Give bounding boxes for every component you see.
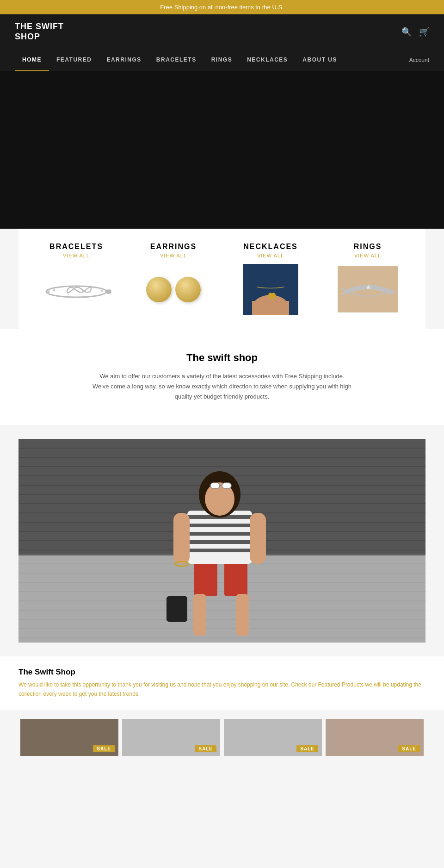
svg-rect-28 <box>18 556 426 643</box>
bracelet-svg <box>35 271 118 308</box>
site-title-line1: THE SWIFT <box>15 22 64 31</box>
category-earrings-img <box>130 264 217 315</box>
svg-rect-38 <box>194 559 217 596</box>
category-rings-view[interactable]: VIEW ALL <box>324 253 412 258</box>
category-earrings-title: EARRINGS <box>130 243 217 251</box>
svg-rect-39 <box>224 559 247 596</box>
site-title-line2: SHOP <box>15 32 40 41</box>
nav-item-home[interactable]: HOME <box>15 49 49 71</box>
svg-rect-53 <box>222 483 231 488</box>
sale-item-2[interactable]: SALE <box>122 719 220 756</box>
svg-rect-5 <box>106 290 111 293</box>
svg-rect-41 <box>236 594 249 636</box>
svg-rect-55 <box>166 596 187 622</box>
sale-badge-4: SALE <box>398 745 420 752</box>
svg-rect-46 <box>187 540 252 544</box>
header: THE SWIFT SHOP 🔍 🛒 <box>0 14 444 49</box>
feature-photo-svg <box>18 439 426 643</box>
feature-image-section <box>0 425 444 656</box>
hero-section <box>0 71 444 229</box>
svg-rect-45 <box>187 532 252 536</box>
nav-item-necklaces[interactable]: NECKLACES <box>240 49 295 71</box>
sale-badge-2: SALE <box>195 745 216 752</box>
category-earrings[interactable]: EARRINGS VIEW ALL <box>125 243 222 315</box>
category-bracelets[interactable]: BRACELETS VIEW ALL <box>28 243 125 315</box>
about-section: The swift shop We aim to offer our custo… <box>0 329 444 425</box>
category-bracelets-view[interactable]: VIEW ALL <box>32 253 120 258</box>
sale-badge-1: SALE <box>93 745 115 752</box>
svg-rect-8 <box>252 301 289 315</box>
category-rings[interactable]: RINGS VIEW ALL <box>319 243 416 315</box>
shop-info-title: The Swift Shop <box>18 668 426 677</box>
category-necklaces[interactable]: NECKLACES VIEW ALL <box>222 243 319 315</box>
about-title: The swift shop <box>92 352 352 364</box>
top-banner: Free Shipping on all non-free items to t… <box>0 0 444 14</box>
main-nav: HOME FEATURED EARRINGS BRACELETS RINGS N… <box>0 49 444 71</box>
sale-row: SALE SALE SALE SALE <box>0 710 444 756</box>
category-earrings-view[interactable]: VIEW ALL <box>130 253 217 258</box>
nav-item-earrings[interactable]: EARRINGS <box>99 49 148 71</box>
nav-item-rings[interactable]: RINGS <box>204 49 240 71</box>
svg-point-2 <box>53 289 56 292</box>
about-text: We aim to offer our customers a variety … <box>92 371 352 402</box>
category-rings-title: RINGS <box>324 243 412 251</box>
shop-info-section: The Swift Shop We would like to take thi… <box>0 656 444 709</box>
category-bracelets-title: BRACELETS <box>32 243 120 251</box>
nav-items: HOME FEATURED EARRINGS BRACELETS RINGS N… <box>15 49 345 71</box>
sale-item-4[interactable]: SALE <box>326 719 424 756</box>
svg-rect-48 <box>173 513 190 564</box>
site-logo[interactable]: THE SWIFT SHOP <box>15 22 64 42</box>
svg-rect-49 <box>250 513 266 564</box>
nav-item-bracelets[interactable]: BRACELETS <box>149 49 204 71</box>
necklace-svg <box>243 264 298 315</box>
ring-svg <box>338 266 398 312</box>
banner-text: Free Shipping on all non-free items to t… <box>160 4 284 11</box>
sale-item-1[interactable]: SALE <box>20 719 118 756</box>
nav-item-about[interactable]: ABOUT US <box>295 49 345 71</box>
nav-account[interactable]: Account <box>409 57 429 63</box>
category-rings-img <box>324 264 412 315</box>
sale-badge-3: SALE <box>296 745 318 752</box>
sale-item-3[interactable]: SALE <box>224 719 322 756</box>
feature-image <box>18 439 426 643</box>
svg-point-1 <box>47 290 50 293</box>
svg-rect-52 <box>210 483 220 488</box>
earring-display <box>142 273 204 306</box>
earring-right <box>175 277 201 302</box>
svg-rect-47 <box>187 549 252 552</box>
category-necklaces-title: NECKLACES <box>227 243 314 251</box>
search-icon[interactable]: 🔍 <box>401 27 412 37</box>
svg-rect-40 <box>193 594 206 636</box>
svg-rect-44 <box>187 524 252 527</box>
category-bracelets-img <box>32 264 120 315</box>
category-necklaces-img <box>227 264 314 315</box>
category-necklaces-view[interactable]: VIEW ALL <box>227 253 314 258</box>
header-icons: 🔍 🛒 <box>401 27 429 37</box>
shop-info-text: We would like to take this opportunity t… <box>18 681 426 698</box>
nav-item-featured[interactable]: FEATURED <box>49 49 99 71</box>
svg-point-3 <box>101 290 103 292</box>
cart-icon[interactable]: 🛒 <box>419 27 429 37</box>
earring-left <box>146 277 172 302</box>
categories-section: BRACELETS VIEW ALL <box>18 229 426 329</box>
